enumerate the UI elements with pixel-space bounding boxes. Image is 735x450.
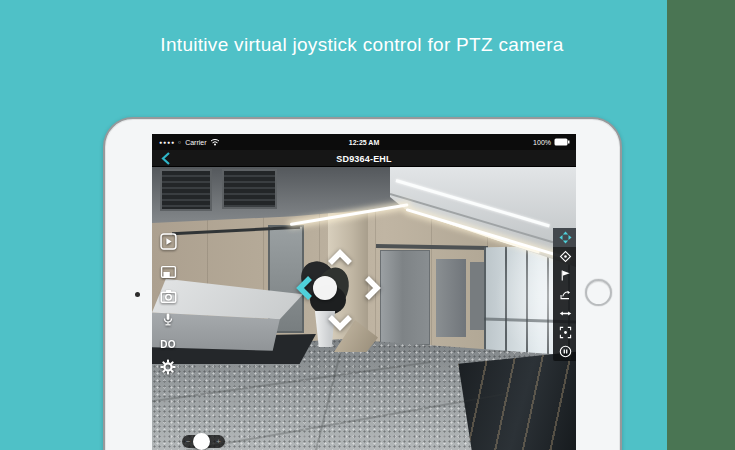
preset-position-button[interactable] (553, 247, 576, 266)
scene-ceiling-grille (222, 169, 277, 209)
clock: 12:25 AM (349, 134, 379, 150)
chevron-left-icon (295, 275, 315, 301)
battery-percent: 100% (533, 139, 551, 146)
ptz-toolbar (553, 228, 576, 361)
battery-full-icon (554, 138, 570, 146)
zoom-in-button[interactable]: + (216, 438, 221, 446)
scene-elevator-door-3 (470, 262, 485, 330)
tablet-screen: ●●●● ○ Carrier 12:25 AM 100% SD (152, 134, 576, 450)
page-headline: Intuitive virtual joystick control for P… (0, 34, 724, 56)
zoom-slider-knob[interactable] (193, 433, 210, 450)
playback-button[interactable] (158, 231, 178, 251)
pause-circle-icon (559, 345, 572, 358)
joystick-knob[interactable] (313, 276, 337, 300)
joystick-down-arrow[interactable] (327, 312, 353, 332)
joystick-up-arrow[interactable] (327, 248, 353, 268)
patrol-icon (559, 288, 572, 301)
digital-output-label: DO (160, 339, 176, 350)
digital-output-button[interactable]: DO (158, 334, 178, 354)
horizontal-arrows-icon (559, 307, 572, 320)
zoom-out-button[interactable]: − (186, 438, 191, 446)
camera-icon (160, 288, 177, 305)
chevron-right-icon (362, 275, 382, 301)
gear-icon (160, 359, 176, 375)
live-video-feed[interactable]: DO (152, 167, 576, 450)
pause-button[interactable] (553, 342, 576, 361)
pan-scan-button[interactable] (553, 304, 576, 323)
joystick-right-arrow[interactable] (362, 275, 382, 301)
joystick-pan-icon (559, 231, 572, 244)
preset-flag-button[interactable] (553, 266, 576, 285)
scene-ceiling-grille (160, 169, 212, 211)
focus-icon (559, 326, 572, 339)
joystick-mode-button[interactable] (553, 228, 576, 247)
carrier-label: Carrier (185, 139, 206, 146)
status-bar: ●●●● ○ Carrier 12:25 AM 100% (152, 134, 576, 150)
target-icon (559, 250, 572, 263)
wifi-icon (210, 138, 220, 146)
status-left: ●●●● ○ Carrier (159, 134, 220, 150)
joystick-left-arrow-active[interactable] (295, 275, 315, 301)
play-box-icon (160, 233, 177, 250)
nav-bar: SD9364-EHL (152, 150, 576, 167)
chevron-down-icon (327, 312, 353, 332)
scene-elevator-door-2 (436, 259, 466, 337)
chevron-up-icon (327, 248, 353, 268)
display-icon (160, 264, 177, 281)
camera-title: SD9364-EHL (152, 150, 576, 167)
two-way-audio-button[interactable] (158, 310, 178, 330)
auto-focus-button[interactable] (553, 323, 576, 342)
microphone-icon (160, 312, 176, 328)
status-right: 100% (533, 134, 570, 150)
signal-dots-icon: ●●●● (159, 139, 175, 145)
page-side-strip (667, 0, 735, 450)
stream-size-button[interactable] (158, 262, 178, 282)
signal-empty-dot-icon: ○ (178, 139, 182, 145)
scene-elevator-door-1 (380, 250, 430, 345)
tablet-camera-dot (135, 292, 140, 297)
home-button[interactable] (585, 279, 612, 306)
settings-button[interactable] (158, 357, 178, 377)
tablet-frame: ●●●● ○ Carrier 12:25 AM 100% SD (103, 117, 622, 450)
snapshot-button[interactable] (158, 286, 178, 306)
patrol-button[interactable] (553, 285, 576, 304)
flag-icon (559, 269, 572, 282)
